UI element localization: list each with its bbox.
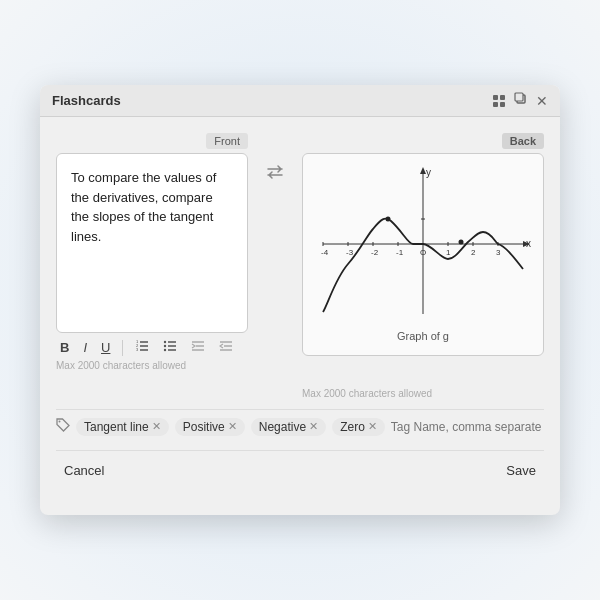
- tag-zero-remove[interactable]: ✕: [368, 420, 377, 433]
- tag-tangent-line-label: Tangent line: [84, 420, 149, 434]
- graph-container: x y -3 -2 -1 O: [313, 164, 533, 324]
- cards-row: Front To compare the values of the deriv…: [56, 133, 544, 399]
- window-body: Front To compare the values of the deriv…: [40, 117, 560, 515]
- window-title: Flashcards: [52, 93, 121, 108]
- svg-point-15: [164, 341, 166, 343]
- outdent-button[interactable]: [215, 337, 237, 358]
- back-label: Back: [502, 133, 544, 149]
- svg-text:1: 1: [446, 248, 451, 257]
- titlebar-controls: ✕: [492, 92, 548, 109]
- svg-point-16: [164, 345, 166, 347]
- front-text: To compare the values of the derivatives…: [71, 170, 216, 244]
- swap-button[interactable]: [260, 161, 290, 183]
- tag-negative-remove[interactable]: ✕: [309, 420, 318, 433]
- back-card-content[interactable]: x y -3 -2 -1 O: [302, 153, 544, 356]
- back-card-panel: Back x: [302, 133, 544, 399]
- svg-rect-0: [493, 95, 498, 100]
- titlebar: Flashcards ✕: [40, 85, 560, 117]
- svg-rect-1: [500, 95, 505, 100]
- tag-icon: [56, 418, 70, 435]
- svg-rect-2: [493, 102, 498, 107]
- graph-svg: x y -3 -2 -1 O: [313, 164, 533, 324]
- svg-rect-5: [515, 93, 523, 101]
- footer-row: Cancel Save: [56, 450, 544, 484]
- save-button[interactable]: Save: [498, 459, 544, 482]
- svg-point-46: [386, 217, 391, 222]
- tag-negative-label: Negative: [259, 420, 306, 434]
- tag-tangent-line-remove[interactable]: ✕: [152, 420, 161, 433]
- underline-button[interactable]: U: [97, 338, 114, 357]
- svg-text:O: O: [420, 248, 426, 257]
- toolbar-separator-1: [122, 340, 123, 356]
- tag-positive-label: Positive: [183, 420, 225, 434]
- unordered-list-button[interactable]: [159, 337, 181, 358]
- tag-input[interactable]: [391, 420, 541, 434]
- svg-point-47: [459, 240, 464, 245]
- front-char-limit: Max 2000 characters allowed: [56, 360, 248, 371]
- svg-text:-3: -3: [346, 248, 354, 257]
- svg-text:-1: -1: [396, 248, 404, 257]
- svg-text:-4: -4: [321, 248, 329, 257]
- tag-positive: Positive ✕: [175, 418, 245, 436]
- cancel-button[interactable]: Cancel: [56, 459, 112, 482]
- ordered-list-button[interactable]: 123: [131, 337, 153, 358]
- flashcard-window: Flashcards ✕ Front To compare the: [40, 85, 560, 515]
- close-icon[interactable]: ✕: [536, 93, 548, 109]
- bold-button[interactable]: B: [56, 338, 73, 357]
- grid-icon[interactable]: [492, 94, 506, 108]
- svg-text:3: 3: [136, 347, 139, 352]
- svg-text:y: y: [426, 167, 431, 178]
- svg-point-48: [59, 421, 61, 423]
- svg-point-17: [164, 349, 166, 351]
- svg-rect-3: [500, 102, 505, 107]
- graph-label: Graph of g: [397, 328, 449, 345]
- front-toolbar: B I U 123: [56, 333, 248, 358]
- tag-zero: Zero ✕: [332, 418, 385, 436]
- tag-negative: Negative ✕: [251, 418, 326, 436]
- clone-icon[interactable]: [514, 92, 528, 109]
- indent-button[interactable]: [187, 337, 209, 358]
- tag-zero-label: Zero: [340, 420, 365, 434]
- front-card-content[interactable]: To compare the values of the derivatives…: [56, 153, 248, 333]
- front-label: Front: [206, 133, 248, 149]
- italic-button[interactable]: I: [79, 338, 91, 357]
- front-card-panel: Front To compare the values of the deriv…: [56, 133, 248, 371]
- tag-tangent-line: Tangent line ✕: [76, 418, 169, 436]
- tag-positive-remove[interactable]: ✕: [228, 420, 237, 433]
- svg-text:x: x: [526, 238, 531, 249]
- tags-row: Tangent line ✕ Positive ✕ Negative ✕ Zer…: [56, 409, 544, 440]
- svg-text:-2: -2: [371, 248, 379, 257]
- svg-text:3: 3: [496, 248, 501, 257]
- svg-text:2: 2: [471, 248, 476, 257]
- back-char-limit: Max 2000 characters allowed: [302, 388, 544, 399]
